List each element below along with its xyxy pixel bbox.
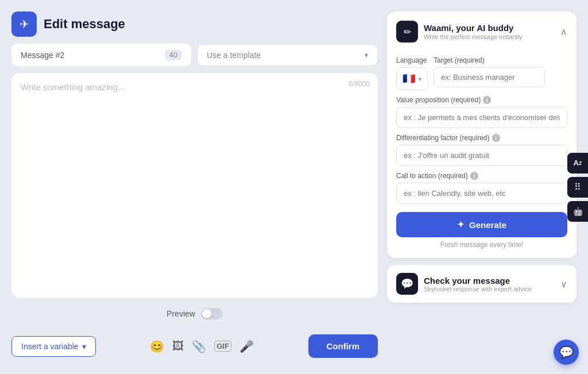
chat-icon: 💬 [559,345,574,359]
chat-bubble-button[interactable]: 💬 [554,340,579,365]
template-placeholder: Use a template [207,51,261,60]
message-label: Message #2 40 [11,44,191,66]
value-prop-label: Value proposition (required) i [396,96,567,104]
ai-subtitle: Write the perfect message instantly [424,33,523,40]
language-label: Language [396,56,428,64]
check-card-left: 💬 Check your message Skyrocket response … [396,273,532,295]
chevron-down-icon: ▾ [419,76,421,82]
generate-button[interactable]: ✦ Generate [396,212,567,237]
chevron-down-icon: ∨ [560,279,567,290]
message-toolbar: Message #2 40 Use a template ▾ [11,44,378,66]
ai-title: Waami, your AI buddy [424,23,523,33]
message-badge: 40 [165,49,182,60]
check-subtitle: Skyrocket response with expert advice [424,286,532,292]
cta-input[interactable] [396,183,567,204]
ai-card-header: ✏ Waami, your AI buddy Write the perfect… [396,21,567,43]
char-count: 0/8000 [349,80,370,88]
preview-label: Preview [167,309,195,318]
image-icon[interactable]: 🖼 [172,340,184,353]
collapse-button[interactable]: ∧ [560,26,567,37]
target-input[interactable] [434,67,545,87]
check-title: Check your message [424,276,532,286]
gif-icon[interactable]: GIF [214,341,231,352]
diff-factor-label: Differentiating factor (required) i [396,134,567,142]
value-prop-input[interactable] [396,107,567,128]
info-icon: i [470,172,478,180]
editor-placeholder: Write something amazing... [21,82,125,92]
emoji-toolbar: 😊 🖼 📎 GIF 🎤 [150,340,254,353]
right-panel: ✏ Waami, your AI buddy Write the perfect… [387,11,577,363]
ai-icon: ✏ [396,21,418,43]
sparkle-icon: ✦ [457,219,465,230]
info-icon: i [492,134,500,142]
app-icon: ✈ [11,11,37,37]
page-title: Edit message [44,17,125,32]
translate-button[interactable]: AZ [567,153,588,173]
ai-title-block: Waami, your AI buddy Write the perfect m… [424,23,523,40]
bot-button[interactable]: 🤖 [567,201,588,222]
float-buttons: AZ ⠿ 🤖 [567,153,588,222]
ai-title-row: ✏ Waami, your AI buddy Write the perfect… [396,21,523,43]
mic-icon[interactable]: 🎤 [239,340,254,353]
toggle-thumb [202,309,211,318]
chevron-down-icon: ▾ [365,51,368,59]
bottom-toolbar: Insert a variable ▾ 😊 🖼 📎 GIF 🎤 Confirm [11,330,378,363]
info-icon: i [483,96,491,104]
ai-card: ✏ Waami, your AI buddy Write the perfect… [387,11,577,258]
page-header: ✈ Edit message [11,11,378,37]
chevron-down-icon: ▾ [82,342,86,351]
grid-button[interactable]: ⠿ [567,177,588,198]
emoji-icon[interactable]: 😊 [150,340,164,353]
message-editor[interactable]: Write something amazing... 0/8000 [11,73,378,298]
check-icon: 💬 [396,273,418,295]
diff-factor-input[interactable] [396,145,567,166]
language-select[interactable]: 🇫🇷 ▾ [396,67,428,90]
preview-row: Preview [11,304,378,323]
cta-label: Call to action (required) i [396,172,567,180]
paperclip-icon[interactable]: 📎 [192,340,206,353]
flag-icon: 🇫🇷 [403,72,415,85]
insert-variable-button[interactable]: Insert a variable ▾ [11,336,96,357]
language-group: Language 🇫🇷 ▾ [396,51,428,90]
lang-target-row: Language 🇫🇷 ▾ Target (required) [396,51,567,90]
confirm-button[interactable]: Confirm [308,334,378,358]
target-group: Target (required) [434,51,567,87]
check-text-block: Check your message Skyrocket response wi… [424,276,532,292]
preview-toggle[interactable] [201,308,223,319]
generate-note: Fresh message every time! [396,241,567,249]
template-select[interactable]: Use a template ▾ [197,44,378,66]
check-message-card[interactable]: 💬 Check your message Skyrocket response … [387,265,577,303]
target-label: Target (required) [434,56,567,64]
